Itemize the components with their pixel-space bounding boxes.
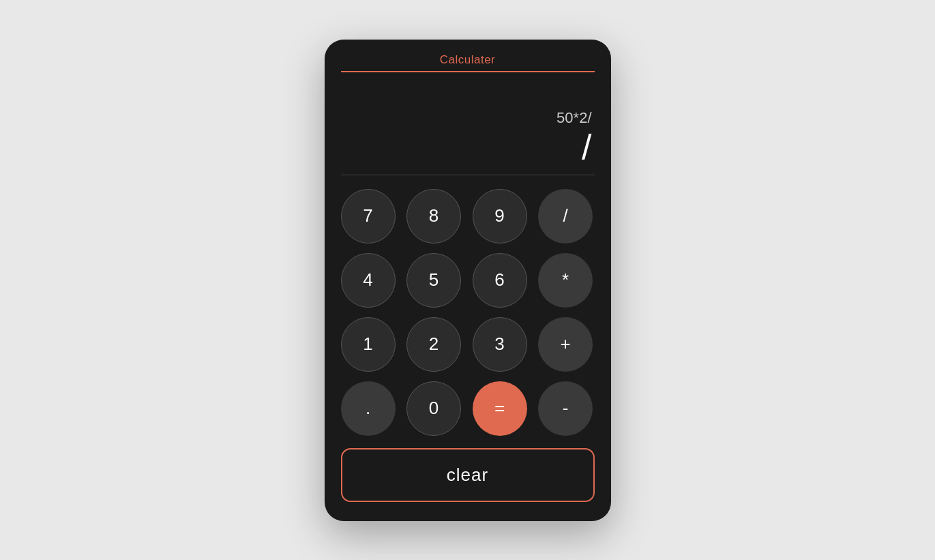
- display-current: /: [582, 130, 591, 165]
- btn-2[interactable]: 2: [406, 317, 461, 372]
- app-title: Calculater: [341, 53, 595, 72]
- btn-9[interactable]: 9: [473, 189, 527, 244]
- btn-minus[interactable]: -: [538, 381, 593, 436]
- btn-5[interactable]: 5: [406, 253, 461, 308]
- display-divider: [341, 175, 595, 175]
- display-expression: 50*2/: [556, 109, 591, 127]
- btn-0[interactable]: 0: [406, 381, 461, 436]
- btn-7[interactable]: 7: [341, 189, 396, 244]
- btn-4[interactable]: 4: [341, 253, 396, 308]
- btn-equals[interactable]: =: [473, 381, 527, 436]
- btn-6[interactable]: 6: [473, 253, 527, 308]
- btn-dot[interactable]: .: [341, 381, 396, 436]
- btn-divide[interactable]: /: [538, 189, 593, 244]
- btn-plus[interactable]: +: [538, 317, 593, 372]
- buttons-grid: 7 8 9 / 4 5 6 * 1 2 3 + . 0 = -: [341, 189, 595, 436]
- display-area: 50*2/ /: [341, 79, 595, 168]
- btn-3[interactable]: 3: [473, 317, 527, 372]
- btn-1[interactable]: 1: [341, 317, 396, 372]
- btn-multiply[interactable]: *: [538, 253, 593, 308]
- calculator: Calculater 50*2/ / 7 8 9 / 4 5 6 * 1 2 3…: [325, 40, 611, 521]
- btn-8[interactable]: 8: [406, 189, 461, 244]
- clear-button[interactable]: clear: [341, 448, 595, 502]
